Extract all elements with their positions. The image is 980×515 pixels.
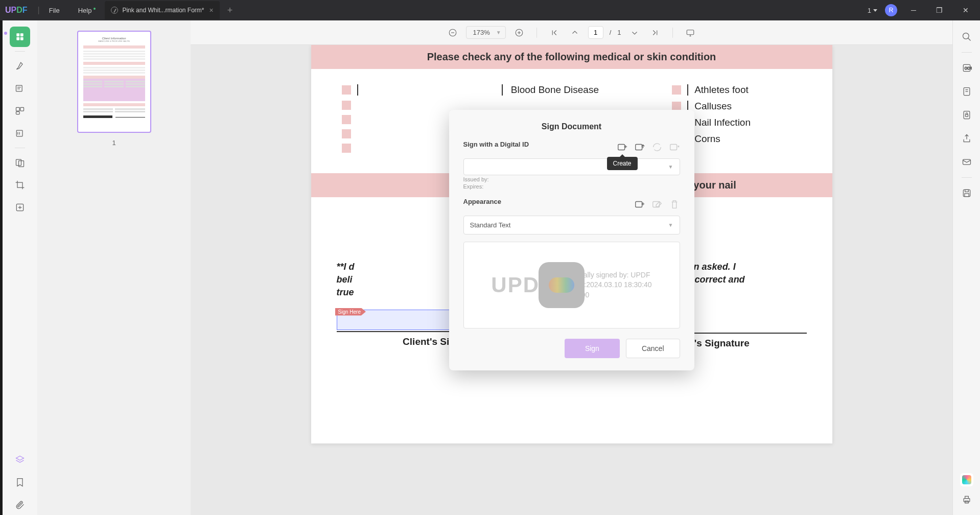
signature-preview: UPDF Digitally signed by: UPDF Date:2024… (463, 242, 680, 329)
svg-rect-29 (964, 194, 968, 197)
cancel-button[interactable]: Cancel (626, 339, 680, 358)
svg-rect-6 (20, 107, 24, 111)
add-appearance-icon[interactable] (634, 199, 645, 210)
minimize-button[interactable]: ─ (905, 6, 922, 14)
create-id-icon[interactable]: Create (617, 142, 628, 153)
svg-rect-17 (670, 144, 676, 150)
svg-rect-18 (635, 201, 642, 207)
share-button[interactable] (956, 128, 977, 149)
sign-button[interactable]: Sign (565, 339, 620, 358)
email-button[interactable] (956, 152, 977, 172)
user-avatar[interactable]: R (885, 4, 897, 16)
tab-close-icon[interactable]: × (209, 6, 214, 14)
protect-button[interactable] (956, 105, 977, 125)
dropdown-arrow-icon: ▼ (668, 164, 673, 170)
left-sidebar (3, 20, 37, 515)
bookmark-button[interactable] (10, 472, 30, 493)
svg-rect-31 (965, 496, 968, 498)
modal-title: Sign Document (463, 122, 680, 131)
svg-rect-1 (20, 33, 24, 36)
appearance-value: Standard Text (470, 221, 511, 229)
notification-dot (94, 8, 96, 10)
thumb-subtitle: MANICURE & PEDICURE SALON (83, 40, 145, 42)
delete-appearance-icon (669, 199, 680, 210)
svg-rect-16 (635, 144, 642, 150)
svg-rect-4 (16, 85, 22, 91)
menu-file[interactable]: File (40, 7, 69, 14)
tab-count-dropdown[interactable]: 1 (868, 7, 877, 14)
sign-document-modal: Sign Document Sign with a Digital ID Cre… (449, 110, 694, 370)
app-logo: UPDF (5, 6, 28, 15)
indicator-dot (4, 32, 7, 35)
divider (15, 148, 25, 148)
search-button[interactable] (956, 27, 977, 47)
divider (962, 52, 972, 53)
delete-id-icon (669, 142, 680, 153)
tab-title: Pink and Whit...rmation Form* (122, 7, 204, 14)
menu-help-label: Help (78, 7, 92, 14)
crop-button[interactable] (10, 175, 30, 195)
svg-rect-7 (16, 112, 20, 114)
menu-help[interactable]: Help (69, 7, 101, 14)
expires-label: Expires: (463, 183, 680, 190)
issued-by-label: Issued by: (463, 176, 680, 182)
appearance-label: Appearance (463, 198, 501, 205)
create-tooltip: Create (606, 157, 637, 170)
svg-rect-3 (20, 37, 24, 40)
page-thumbnail-1[interactable]: Client Information MANICURE & PEDICURE S… (77, 31, 151, 133)
svg-rect-5 (16, 107, 20, 111)
svg-point-20 (963, 33, 969, 39)
svg-rect-2 (16, 37, 19, 40)
digital-id-select[interactable]: ▼ (463, 158, 680, 175)
titlebar: UPDF | File Help Pink and Whit...rmation… (0, 0, 980, 20)
refresh-id-icon (651, 142, 663, 153)
organize-button[interactable] (10, 101, 30, 121)
document-tab[interactable]: Pink and Whit...rmation Form* × (105, 1, 219, 19)
document-area: 173% ▼ / 1 (191, 20, 952, 515)
svg-rect-15 (618, 144, 624, 150)
import-id-icon[interactable] (634, 142, 645, 153)
divider (962, 177, 972, 178)
svg-rect-26 (963, 159, 970, 165)
appearance-select[interactable]: Standard Text ▼ (463, 216, 680, 235)
ai-icon (962, 475, 971, 484)
digital-id-label: Sign with a Digital ID (463, 141, 529, 148)
thumbnail-page-number: 1 (112, 139, 115, 147)
right-sidebar: OCR (952, 20, 980, 515)
thumbnail-panel: Client Information MANICURE & PEDICURE S… (37, 20, 191, 515)
close-button[interactable]: ✕ (956, 6, 975, 14)
ocr-button[interactable]: OCR (956, 58, 977, 78)
edit-appearance-icon (651, 199, 663, 210)
thumbnails-button[interactable] (10, 27, 30, 47)
svg-rect-25 (965, 114, 968, 116)
ai-assistant-button[interactable] (960, 473, 973, 486)
divider (15, 51, 25, 52)
dropdown-arrow-icon: ▼ (668, 222, 673, 228)
maximize-button[interactable]: ❐ (930, 6, 949, 14)
svg-text:OCR: OCR (964, 66, 971, 70)
tab-edit-icon (111, 7, 118, 14)
svg-rect-0 (16, 33, 19, 36)
compress-button[interactable] (10, 197, 30, 218)
modal-overlay: Sign Document Sign with a Digital ID Cre… (191, 20, 952, 515)
print-button[interactable] (956, 489, 977, 510)
layers-button[interactable] (10, 450, 30, 470)
form-button[interactable] (10, 123, 30, 144)
svg-rect-24 (964, 111, 970, 119)
highlight-button[interactable] (10, 56, 30, 76)
convert-button[interactable] (956, 81, 977, 102)
attachment-button[interactable] (10, 495, 30, 515)
chevron-down-icon (873, 9, 877, 12)
new-tab-button[interactable]: + (220, 5, 241, 16)
tab-count-value: 1 (868, 7, 871, 14)
svg-rect-28 (965, 190, 968, 192)
redact-button[interactable] (10, 152, 30, 173)
preview-icon (539, 262, 585, 308)
edit-text-button[interactable] (10, 78, 30, 99)
svg-rect-30 (964, 499, 970, 502)
save-button[interactable] (956, 183, 977, 203)
